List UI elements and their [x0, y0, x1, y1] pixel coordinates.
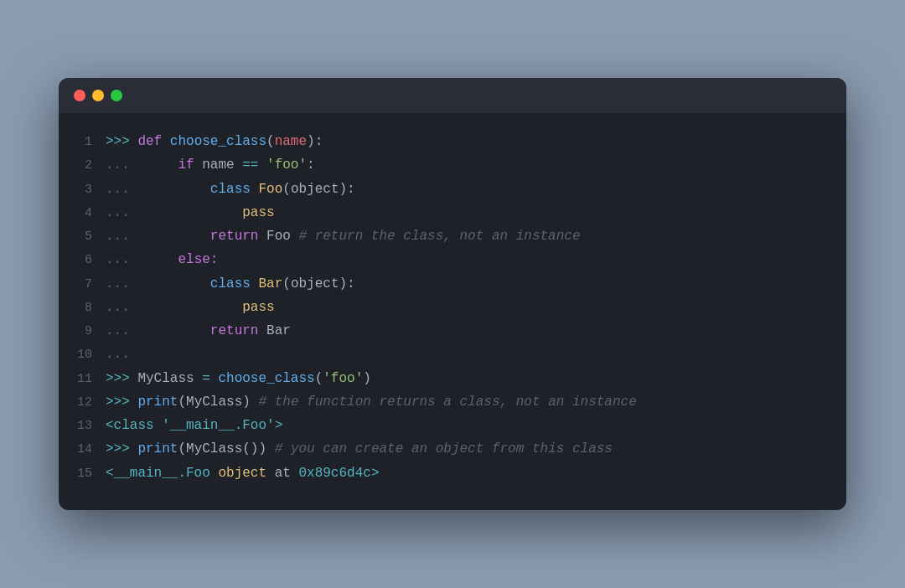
code-line-12: 12 >>> print(MyClass) # the function ret… — [75, 390, 821, 414]
code-line-10: 10 ... — [75, 343, 821, 366]
line-number: 4 — [75, 203, 106, 224]
line-number: 2 — [75, 155, 106, 177]
code-text: >>> MyClass = choose_class('foo') — [106, 367, 371, 390]
line-number: 15 — [75, 463, 106, 485]
code-text: ... class Bar(object): — [106, 272, 355, 296]
code-line-9: 9 ... return Bar — [75, 319, 821, 343]
code-text: ... return Bar — [106, 319, 291, 343]
minimize-button[interactable] — [92, 90, 104, 101]
code-line-15: 15 <__main__.Foo object at 0x89c6d4c> — [75, 462, 821, 485]
code-line-5: 5 ... return Foo # return the class, not… — [75, 224, 821, 248]
code-text: >>> def choose_class(name): — [106, 130, 323, 153]
line-number: 6 — [75, 250, 106, 271]
line-number: 12 — [75, 392, 106, 414]
line-number: 5 — [75, 226, 106, 248]
code-text: ... class Foo(object): — [106, 178, 355, 201]
code-line-7: 7 ... class Bar(object): — [75, 272, 821, 296]
line-number: 1 — [75, 132, 106, 153]
code-text: ... else: — [106, 248, 218, 271]
line-number: 14 — [75, 439, 106, 461]
maximize-button[interactable] — [111, 90, 122, 101]
code-line-8: 8 ... pass — [75, 296, 821, 319]
code-line-1: 1 >>> def choose_class(name): — [75, 130, 821, 153]
code-line-6: 6 ... else: — [75, 248, 821, 271]
code-text: <__main__.Foo object at 0x89c6d4c> — [106, 462, 379, 485]
close-button[interactable] — [74, 90, 85, 101]
code-text: ... pass — [106, 201, 275, 224]
line-number: 10 — [75, 344, 106, 366]
code-line-14: 14 >>> print(MyClass()) # you can create… — [75, 437, 821, 461]
code-line-11: 11 >>> MyClass = choose_class('foo') — [75, 367, 821, 390]
code-text: <class '__main__.Foo'> — [106, 414, 282, 437]
code-line-4: 4 ... pass — [75, 201, 821, 224]
code-line-2: 2 ... if name == 'foo': — [75, 153, 821, 177]
code-text: ... — [106, 343, 130, 366]
code-text: ... pass — [106, 296, 275, 319]
code-text: ... return Foo # return the class, not a… — [106, 224, 581, 248]
code-text: >>> print(MyClass()) # you can create an… — [106, 437, 613, 461]
code-editor: 1 >>> def choose_class(name): 2 ... if n… — [59, 113, 846, 510]
line-number: 11 — [75, 369, 106, 390]
titlebar — [59, 78, 846, 113]
line-number: 7 — [75, 274, 106, 296]
line-number: 9 — [75, 321, 106, 343]
line-number: 3 — [75, 179, 106, 201]
code-line-13: 13 <class '__main__.Foo'> — [75, 414, 821, 437]
code-window: 1 >>> def choose_class(name): 2 ... if n… — [59, 78, 846, 510]
code-line-3: 3 ... class Foo(object): — [75, 178, 821, 201]
code-text: >>> print(MyClass) # the function return… — [106, 390, 637, 414]
line-number: 13 — [75, 415, 106, 437]
line-number: 8 — [75, 297, 106, 319]
code-text: ... if name == 'foo': — [106, 153, 315, 177]
